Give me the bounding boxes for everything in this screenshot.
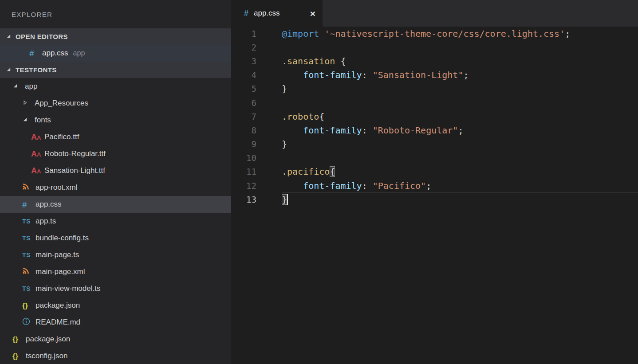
line-number: 11 [231,167,256,176]
code-token: ; [426,180,431,191]
tree-file-pacifico-ttf[interactable]: AAPacifico.ttf [0,129,231,145]
line-number: 9 [231,139,256,149]
xml-rss-icon [22,183,30,192]
typescript-icon: TS [22,235,31,241]
code-token: font-family [303,70,362,80]
tree-file-tsconfig-json[interactable]: {}tsconfig.json [0,348,231,364]
tree-file-main-page-ts[interactable]: TSmain-page.ts [0,247,231,263]
tree-folder-fonts[interactable]: fonts [0,112,231,129]
file-icon-box: {} [12,336,26,343]
code-line-7[interactable]: 7.roboto{ [231,110,638,123]
tree-file-package-json[interactable]: {}package.json [0,297,231,314]
indent-guide [282,68,282,82]
text-cursor [287,194,288,205]
bracket-match: } [282,194,287,205]
tree-file-roboto-regular-ttf[interactable]: AARoboto-Regular.ttf [0,145,231,162]
line-content: } [282,82,638,96]
open-editor-item[interactable]: #app.cssapp [0,45,231,62]
twistie-expanded-icon [6,66,12,74]
code-line-9[interactable]: 9} [231,137,638,151]
tree-file-app-ts[interactable]: TSapp.ts [0,213,231,230]
close-icon[interactable]: × [310,9,315,18]
code-line-11[interactable]: 11.pacifico{ [231,165,638,179]
open-editors-list: #app.cssapp [0,45,231,62]
indent-guide [282,123,282,137]
code-token: .pacifico [282,166,330,177]
code-line-12[interactable]: 12 font-family: "Pacifico"; [231,179,638,192]
tab-app-css[interactable]: #app.css× [231,0,323,27]
testfonts-header[interactable]: TESTFONTS [0,62,231,78]
file-icon-box: TS [22,286,35,292]
vscode-window: EXPLORER OPEN EDITORS #app.cssapp TESTFO… [0,0,638,364]
code-token: font-family [303,180,362,191]
open-editors-header-label: OPEN EDITORS [16,33,68,40]
line-number: 12 [231,181,256,191]
code-token [282,125,303,136]
code-token: .sansation [282,56,335,67]
line-number: 8 [231,125,256,135]
tree-file-package-json[interactable]: {}package.json [0,331,231,348]
json-braces-icon: {} [22,302,28,309]
file-tree: appApp_ResourcesfontsAAPacifico.ttfAARob… [0,78,231,364]
twistie-expanded-icon [12,82,18,91]
code-line-3[interactable]: 3.sansation { [231,54,638,68]
file-icon-box: # [22,200,35,209]
line-number: 10 [231,153,256,163]
tree-file-main-view-model-ts[interactable]: TSmain-view-model.ts [0,280,231,297]
tree-file-readme-md[interactable]: README.md [0,314,231,331]
tree-item-label: Pacifico.ttf [44,133,79,141]
tree-item-label: app [25,82,37,91]
tree-item-label: App_Resources [35,99,88,108]
code-line-5[interactable]: 5} [231,82,638,96]
tree-file-app-css[interactable]: #app.css [0,196,231,213]
code-line-6[interactable]: 6 [231,96,638,110]
font-file-icon: AA [31,167,41,175]
tree-file-bundle-config-ts[interactable]: TSbundle-config.ts [0,230,231,247]
tree-file-app-root-xml[interactable]: app-root.xml [0,179,231,196]
tree-item-label: main-page.ts [35,250,79,259]
file-icon-box: {} [22,302,35,309]
file-icon-box [22,183,35,192]
tree-file-sansation-light-ttf[interactable]: AASansation-Light.ttf [0,162,231,179]
css-hash-icon: # [244,9,248,17]
code-token: "Sansation-Light" [373,70,464,80]
code-line-13[interactable]: 13} [231,192,638,206]
code-token: } [282,83,287,94]
code-line-8[interactable]: 8 font-family: "Roboto-Regular"; [231,123,638,137]
code-token: } [282,139,287,149]
tree-item-label: package.json [26,335,70,344]
indent-guide [282,179,282,192]
typescript-icon: TS [22,218,31,224]
file-icon-box: AA [31,133,44,141]
twistie-box [12,82,25,91]
line-content: font-family: "Sansation-Light"; [282,68,638,82]
font-file-icon: AA [31,150,41,158]
line-content: .pacifico{ [282,165,638,179]
code-token [282,70,303,80]
tree-item-label: Roboto-Regular.ttf [44,149,106,158]
code-line-1[interactable]: 1@import '~nativescript-theme-core/css/c… [231,27,638,40]
file-icon-box: # [29,49,42,58]
file-icon-box: TS [22,252,35,258]
open-editors-header[interactable]: OPEN EDITORS [0,28,231,45]
code-line-10[interactable]: 10 [231,151,638,165]
tree-folder-app[interactable]: app [0,78,231,95]
code-editor[interactable]: 1@import '~nativescript-theme-core/css/c… [231,27,638,364]
open-editor-file-detail: app [73,49,85,57]
code-token: '~nativescript-theme-core/css/core.light… [324,28,565,39]
tree-folder-app-resources[interactable]: App_Resources [0,95,231,112]
line-content: .roboto{ [282,110,638,123]
code-token [282,180,303,191]
code-token: { [335,56,346,67]
tree-item-label: main-view-model.ts [35,284,100,293]
code-line-4[interactable]: 4 font-family: "Sansation-Light"; [231,68,638,82]
tree-file-main-page-xml[interactable]: main-page.xml [0,263,231,280]
tree-item-label: app.ts [35,217,56,226]
code-line-2[interactable]: 2 [231,40,638,54]
code-token: ; [463,70,469,80]
explorer-sidebar: EXPLORER OPEN EDITORS #app.cssapp TESTFO… [0,0,231,364]
code-token: "Pacifico" [373,180,426,191]
file-icon-box: {} [12,352,26,360]
tree-item-label: fonts [35,116,51,125]
tree-item-label: Sansation-Light.ttf [44,166,105,175]
